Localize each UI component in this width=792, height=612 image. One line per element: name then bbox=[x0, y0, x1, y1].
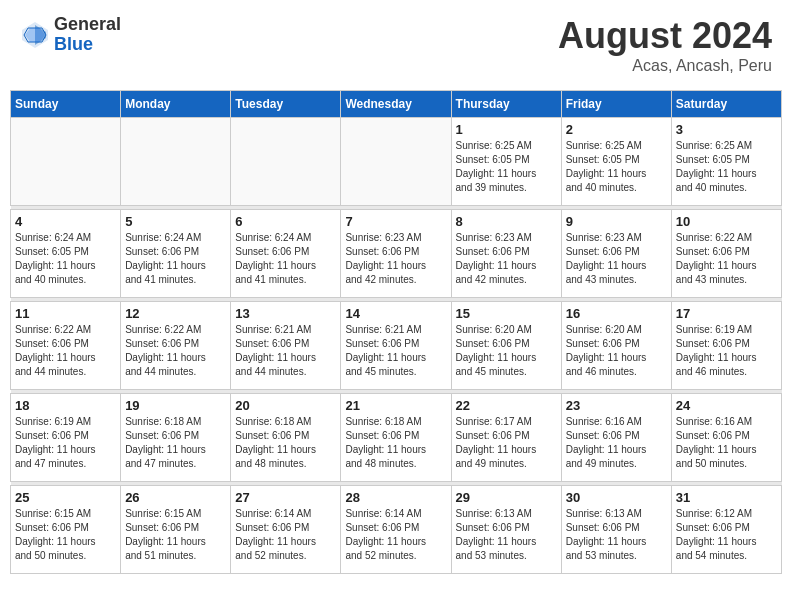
day-number: 12 bbox=[125, 306, 226, 321]
day-number: 9 bbox=[566, 214, 667, 229]
day-number: 1 bbox=[456, 122, 557, 137]
day-info: Sunrise: 6:25 AM Sunset: 6:05 PM Dayligh… bbox=[566, 139, 667, 195]
day-number: 4 bbox=[15, 214, 116, 229]
calendar-cell: 24Sunrise: 6:16 AM Sunset: 6:06 PM Dayli… bbox=[671, 394, 781, 482]
calendar-cell: 17Sunrise: 6:19 AM Sunset: 6:06 PM Dayli… bbox=[671, 302, 781, 390]
location-subtitle: Acas, Ancash, Peru bbox=[558, 57, 772, 75]
day-number: 11 bbox=[15, 306, 116, 321]
calendar-week-row: 18Sunrise: 6:19 AM Sunset: 6:06 PM Dayli… bbox=[11, 394, 782, 482]
page-header: General Blue August 2024 Acas, Ancash, P… bbox=[10, 10, 782, 80]
day-info: Sunrise: 6:18 AM Sunset: 6:06 PM Dayligh… bbox=[235, 415, 336, 471]
day-info: Sunrise: 6:21 AM Sunset: 6:06 PM Dayligh… bbox=[345, 323, 446, 379]
calendar-cell: 20Sunrise: 6:18 AM Sunset: 6:06 PM Dayli… bbox=[231, 394, 341, 482]
day-info: Sunrise: 6:13 AM Sunset: 6:06 PM Dayligh… bbox=[566, 507, 667, 563]
column-header-saturday: Saturday bbox=[671, 91, 781, 118]
day-info: Sunrise: 6:20 AM Sunset: 6:06 PM Dayligh… bbox=[456, 323, 557, 379]
day-info: Sunrise: 6:18 AM Sunset: 6:06 PM Dayligh… bbox=[345, 415, 446, 471]
day-number: 15 bbox=[456, 306, 557, 321]
day-number: 20 bbox=[235, 398, 336, 413]
calendar-table: SundayMondayTuesdayWednesdayThursdayFrid… bbox=[10, 90, 782, 574]
day-info: Sunrise: 6:13 AM Sunset: 6:06 PM Dayligh… bbox=[456, 507, 557, 563]
calendar-week-row: 4Sunrise: 6:24 AM Sunset: 6:05 PM Daylig… bbox=[11, 210, 782, 298]
day-number: 24 bbox=[676, 398, 777, 413]
calendar-cell: 21Sunrise: 6:18 AM Sunset: 6:06 PM Dayli… bbox=[341, 394, 451, 482]
day-info: Sunrise: 6:16 AM Sunset: 6:06 PM Dayligh… bbox=[676, 415, 777, 471]
day-number: 30 bbox=[566, 490, 667, 505]
day-info: Sunrise: 6:14 AM Sunset: 6:06 PM Dayligh… bbox=[235, 507, 336, 563]
logo-text: General Blue bbox=[54, 15, 121, 55]
day-info: Sunrise: 6:24 AM Sunset: 6:06 PM Dayligh… bbox=[125, 231, 226, 287]
day-info: Sunrise: 6:19 AM Sunset: 6:06 PM Dayligh… bbox=[15, 415, 116, 471]
day-number: 8 bbox=[456, 214, 557, 229]
day-info: Sunrise: 6:20 AM Sunset: 6:06 PM Dayligh… bbox=[566, 323, 667, 379]
day-info: Sunrise: 6:16 AM Sunset: 6:06 PM Dayligh… bbox=[566, 415, 667, 471]
calendar-cell: 28Sunrise: 6:14 AM Sunset: 6:06 PM Dayli… bbox=[341, 486, 451, 574]
calendar-cell: 14Sunrise: 6:21 AM Sunset: 6:06 PM Dayli… bbox=[341, 302, 451, 390]
calendar-cell: 27Sunrise: 6:14 AM Sunset: 6:06 PM Dayli… bbox=[231, 486, 341, 574]
calendar-cell: 31Sunrise: 6:12 AM Sunset: 6:06 PM Dayli… bbox=[671, 486, 781, 574]
logo: General Blue bbox=[20, 15, 121, 55]
calendar-cell: 6Sunrise: 6:24 AM Sunset: 6:06 PM Daylig… bbox=[231, 210, 341, 298]
day-info: Sunrise: 6:22 AM Sunset: 6:06 PM Dayligh… bbox=[125, 323, 226, 379]
day-info: Sunrise: 6:22 AM Sunset: 6:06 PM Dayligh… bbox=[15, 323, 116, 379]
calendar-cell: 5Sunrise: 6:24 AM Sunset: 6:06 PM Daylig… bbox=[121, 210, 231, 298]
day-number: 13 bbox=[235, 306, 336, 321]
day-number: 22 bbox=[456, 398, 557, 413]
calendar-week-row: 25Sunrise: 6:15 AM Sunset: 6:06 PM Dayli… bbox=[11, 486, 782, 574]
logo-blue-text: Blue bbox=[54, 35, 121, 55]
column-header-monday: Monday bbox=[121, 91, 231, 118]
column-header-thursday: Thursday bbox=[451, 91, 561, 118]
day-number: 5 bbox=[125, 214, 226, 229]
calendar-cell: 22Sunrise: 6:17 AM Sunset: 6:06 PM Dayli… bbox=[451, 394, 561, 482]
calendar-cell: 13Sunrise: 6:21 AM Sunset: 6:06 PM Dayli… bbox=[231, 302, 341, 390]
column-header-sunday: Sunday bbox=[11, 91, 121, 118]
day-number: 31 bbox=[676, 490, 777, 505]
day-number: 10 bbox=[676, 214, 777, 229]
calendar-cell: 23Sunrise: 6:16 AM Sunset: 6:06 PM Dayli… bbox=[561, 394, 671, 482]
calendar-cell: 19Sunrise: 6:18 AM Sunset: 6:06 PM Dayli… bbox=[121, 394, 231, 482]
day-info: Sunrise: 6:23 AM Sunset: 6:06 PM Dayligh… bbox=[456, 231, 557, 287]
calendar-cell: 8Sunrise: 6:23 AM Sunset: 6:06 PM Daylig… bbox=[451, 210, 561, 298]
calendar-cell: 26Sunrise: 6:15 AM Sunset: 6:06 PM Dayli… bbox=[121, 486, 231, 574]
day-info: Sunrise: 6:15 AM Sunset: 6:06 PM Dayligh… bbox=[125, 507, 226, 563]
calendar-cell: 25Sunrise: 6:15 AM Sunset: 6:06 PM Dayli… bbox=[11, 486, 121, 574]
day-info: Sunrise: 6:24 AM Sunset: 6:06 PM Dayligh… bbox=[235, 231, 336, 287]
calendar-cell: 16Sunrise: 6:20 AM Sunset: 6:06 PM Dayli… bbox=[561, 302, 671, 390]
day-number: 6 bbox=[235, 214, 336, 229]
calendar-cell bbox=[341, 118, 451, 206]
logo-general-text: General bbox=[54, 15, 121, 35]
day-number: 29 bbox=[456, 490, 557, 505]
day-number: 28 bbox=[345, 490, 446, 505]
calendar-cell: 9Sunrise: 6:23 AM Sunset: 6:06 PM Daylig… bbox=[561, 210, 671, 298]
calendar-cell: 2Sunrise: 6:25 AM Sunset: 6:05 PM Daylig… bbox=[561, 118, 671, 206]
calendar-cell: 7Sunrise: 6:23 AM Sunset: 6:06 PM Daylig… bbox=[341, 210, 451, 298]
day-info: Sunrise: 6:24 AM Sunset: 6:05 PM Dayligh… bbox=[15, 231, 116, 287]
day-number: 27 bbox=[235, 490, 336, 505]
column-header-wednesday: Wednesday bbox=[341, 91, 451, 118]
day-number: 26 bbox=[125, 490, 226, 505]
day-number: 17 bbox=[676, 306, 777, 321]
day-number: 18 bbox=[15, 398, 116, 413]
title-section: August 2024 Acas, Ancash, Peru bbox=[558, 15, 772, 75]
calendar-cell: 12Sunrise: 6:22 AM Sunset: 6:06 PM Dayli… bbox=[121, 302, 231, 390]
calendar-week-row: 11Sunrise: 6:22 AM Sunset: 6:06 PM Dayli… bbox=[11, 302, 782, 390]
month-year-title: August 2024 bbox=[558, 15, 772, 57]
calendar-cell: 4Sunrise: 6:24 AM Sunset: 6:05 PM Daylig… bbox=[11, 210, 121, 298]
logo-icon bbox=[20, 20, 50, 50]
day-number: 2 bbox=[566, 122, 667, 137]
calendar-cell bbox=[231, 118, 341, 206]
column-header-friday: Friday bbox=[561, 91, 671, 118]
day-info: Sunrise: 6:17 AM Sunset: 6:06 PM Dayligh… bbox=[456, 415, 557, 471]
day-number: 23 bbox=[566, 398, 667, 413]
day-info: Sunrise: 6:23 AM Sunset: 6:06 PM Dayligh… bbox=[345, 231, 446, 287]
day-number: 14 bbox=[345, 306, 446, 321]
calendar-cell bbox=[121, 118, 231, 206]
calendar-cell: 30Sunrise: 6:13 AM Sunset: 6:06 PM Dayli… bbox=[561, 486, 671, 574]
day-number: 19 bbox=[125, 398, 226, 413]
day-info: Sunrise: 6:21 AM Sunset: 6:06 PM Dayligh… bbox=[235, 323, 336, 379]
calendar-cell: 10Sunrise: 6:22 AM Sunset: 6:06 PM Dayli… bbox=[671, 210, 781, 298]
day-info: Sunrise: 6:25 AM Sunset: 6:05 PM Dayligh… bbox=[456, 139, 557, 195]
day-number: 7 bbox=[345, 214, 446, 229]
day-number: 25 bbox=[15, 490, 116, 505]
calendar-cell: 18Sunrise: 6:19 AM Sunset: 6:06 PM Dayli… bbox=[11, 394, 121, 482]
